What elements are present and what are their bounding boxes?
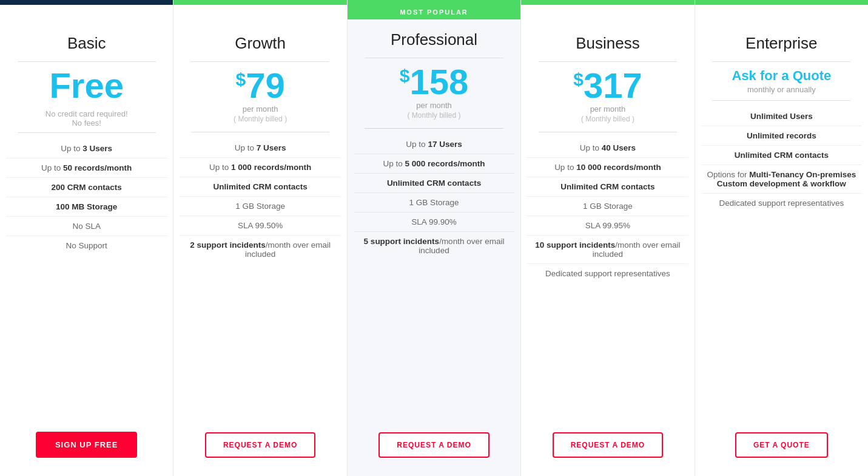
feature-item: SLA 99.90% [354,212,514,232]
feature-item: Options for Multi-Tenancy On-premises Cu… [701,165,862,194]
plan-price-note-enterprise: monthly or annually [747,85,816,94]
plan-cta-area-business: REQUEST A DEMO [521,432,694,458]
plan-features-divider-professional [365,128,503,129]
plan-divider-business [539,61,677,62]
plan-features-divider-basic [18,132,156,133]
feature-item: 100 MB Storage [6,197,167,217]
plan-name-business: Business [576,34,640,53]
feature-item: Up to 1 000 records/month [180,158,340,177]
plan-cta-button-business[interactable]: REQUEST A DEMO [553,432,663,458]
plan-divider-basic [18,61,156,62]
feature-item: Unlimited CRM contacts [180,177,340,197]
plan-name-basic: Basic [67,34,106,53]
plan-period-business: per month [590,104,626,114]
feature-item: 5 support incidents/month over email inc… [354,232,514,260]
plan-price-enterprise: Ask for a Quote [732,68,831,84]
feature-item: Up to 40 Users [527,138,688,158]
feature-item: SLA 99.50% [180,216,340,236]
plan-top-bar-basic [0,0,173,5]
plan-cta-button-enterprise[interactable]: GET A QUOTE [735,432,828,458]
feature-item: Unlimited CRM contacts [527,177,688,197]
plan-features-business: Up to 40 UsersUp to 10 000 records/month… [521,138,694,421]
feature-item: 1 GB Storage [180,197,340,216]
plan-name-professional: Professional [391,30,477,49]
plan-divider-professional [365,58,503,58]
feature-item: 10 support incidents/month over email in… [527,236,688,264]
plan-features-divider-business [539,132,677,132]
plan-cta-button-growth[interactable]: REQUEST A DEMO [205,432,315,458]
plan-top-bar-business [521,0,694,5]
feature-item: Unlimited CRM contacts [354,174,514,193]
feature-item: Up to 50 records/month [6,158,167,178]
plan-billing-growth: ( Monthly billed ) [234,115,287,123]
feature-item: 200 CRM contacts [6,178,167,197]
feature-item: Unlimited Users [701,107,862,126]
plan-cta-area-growth: REQUEST A DEMO [173,432,346,458]
feature-item: Up to 5 000 records/month [354,154,514,174]
plan-billing-professional: ( Monthly billed ) [408,111,461,120]
plan-features-divider-growth [191,132,329,132]
plan-price-basic: Free [49,68,124,103]
plan-divider-growth [191,61,329,62]
feature-item: Unlimited records [701,126,862,146]
plan-features-basic: Up to 3 UsersUp to 50 records/month200 C… [0,139,173,421]
feature-item: Up to 10 000 records/month [527,158,688,177]
plan-cta-area-enterprise: GET A QUOTE [695,432,868,458]
feature-item: Up to 17 Users [354,135,514,154]
plan-col-enterprise: EnterpriseAsk for a Quotemonthly or annu… [695,0,868,476]
plan-cta-area-basic: SIGN UP FREE [0,432,173,458]
plan-features-professional: Up to 17 UsersUp to 5 000 records/monthU… [348,135,520,421]
feature-item: Unlimited CRM contacts [701,146,862,165]
plan-features-growth: Up to 7 UsersUp to 1 000 records/monthUn… [173,138,346,421]
plan-col-professional: MOST POPULARProfessional$158per month( M… [348,0,521,476]
plan-price-growth: $79 [236,68,285,103]
feature-item: 1 GB Storage [527,197,688,216]
plan-period-professional: per month [416,101,452,110]
plan-features-divider-enterprise [712,100,850,101]
plan-name-growth: Growth [235,34,286,53]
plan-price-professional: $158 [400,64,468,100]
feature-item: 2 support incidents/month over email inc… [180,236,340,264]
plan-cta-button-basic[interactable]: SIGN UP FREE [36,432,138,458]
feature-item: No Support [6,236,167,255]
plan-top-bar-enterprise [695,0,868,5]
feature-item: No SLA [6,217,167,236]
feature-item: Up to 7 Users [180,138,340,158]
plan-features-enterprise: Unlimited UsersUnlimited recordsUnlimite… [695,107,868,421]
most-popular-banner: MOST POPULAR [348,5,520,19]
plan-top-bar-professional [348,0,520,5]
plan-cta-area-professional: REQUEST A DEMO [348,432,520,458]
plan-name-enterprise: Enterprise [745,34,818,53]
plan-cta-button-professional[interactable]: REQUEST A DEMO [378,432,489,458]
plan-col-basic: BasicFreeNo credit card required!No fees… [0,0,173,476]
feature-item: Up to 3 Users [6,139,167,158]
feature-item: Dedicated support representatives [527,264,688,283]
feature-item: 1 GB Storage [354,193,514,212]
plan-col-growth: Growth$79per month( Monthly billed )Up t… [173,0,347,476]
pricing-table: BasicFreeNo credit card required!No fees… [0,0,868,476]
plan-divider-enterprise [712,61,850,62]
plan-price-business: $317 [573,68,642,103]
plan-top-bar-growth [173,0,346,5]
plan-billing-business: ( Monthly billed ) [581,115,634,123]
plan-period-growth: per month [243,104,278,114]
feature-item: Dedicated support representatives [701,194,862,212]
feature-item: SLA 99.95% [527,216,688,236]
plan-col-business: Business$317per month( Monthly billed )U… [521,0,695,476]
plan-price-note-basic: No credit card required!No fees! [45,109,128,127]
